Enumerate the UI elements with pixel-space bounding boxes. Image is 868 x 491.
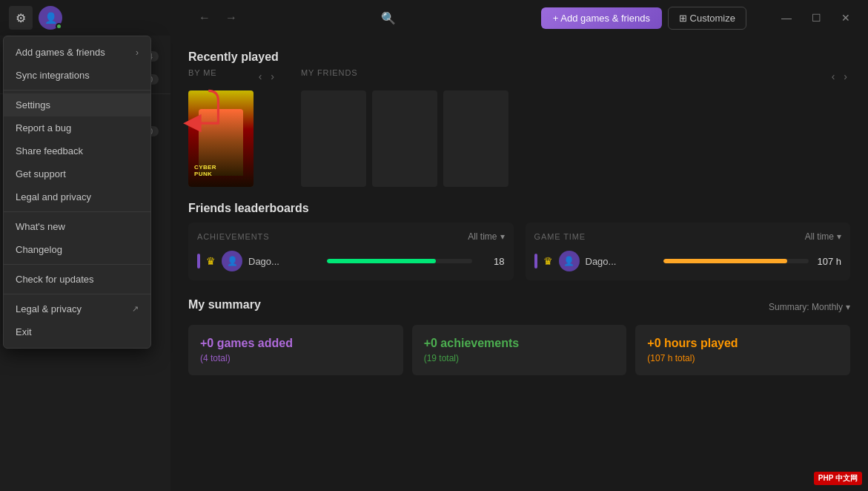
player-name-2: Dago... bbox=[586, 256, 658, 267]
dropdown-divider-3 bbox=[4, 264, 150, 265]
achievements-header: ACHIEVEMENTS All time ▾ bbox=[197, 231, 505, 242]
cyberpunk-art: CYBERPUNK bbox=[188, 90, 254, 187]
cyberpunk-label: CYBERPUNK bbox=[194, 165, 216, 178]
dropdown-menu: Add games & friends › Sync integrations … bbox=[3, 36, 151, 349]
forward-button[interactable]: → bbox=[221, 7, 242, 28]
dropdown-sync[interactable]: Sync integrations bbox=[4, 64, 150, 87]
external-link-icon: ↗ bbox=[132, 304, 139, 314]
friends-next-button[interactable]: › bbox=[841, 69, 850, 84]
dropdown-exit[interactable]: Exit bbox=[4, 320, 150, 343]
gametime-filter[interactable]: All time ▾ bbox=[805, 231, 841, 242]
avatar-icon: 👤 bbox=[44, 12, 57, 24]
dropdown-legal-privacy[interactable]: Legal and privacy bbox=[4, 185, 150, 208]
dropdown-divider-4 bbox=[4, 294, 150, 294]
friend-thumb-1 bbox=[301, 90, 366, 187]
dropdown-share-feedback-label: Share feedback bbox=[16, 145, 83, 156]
title-bar-left: ⚙ 👤 bbox=[9, 6, 179, 30]
my-friends-label: MY FRIENDS bbox=[301, 68, 357, 77]
gametime-bar-container bbox=[663, 259, 809, 263]
dropdown-add-games-label: Add games & friends bbox=[16, 47, 105, 58]
hours-played-value: +0 hours played bbox=[647, 337, 838, 350]
gametime-label: GAME TIME bbox=[534, 232, 586, 241]
gametime-panel: GAME TIME All time ▾ ♛ 👤 Dago... 10 bbox=[526, 223, 851, 280]
gametime-score: 107 h bbox=[815, 256, 841, 267]
dropdown-report-bug[interactable]: Report a bug bbox=[4, 116, 150, 139]
dropdown-whats-new-label: What's new bbox=[16, 221, 65, 232]
player-avatar: 👤 bbox=[222, 251, 242, 271]
dropdown-settings-label: Settings bbox=[16, 99, 50, 111]
friends-prev-button[interactable]: ‹ bbox=[829, 69, 838, 84]
content-area: Recently played BY ME ‹ › CYBERPUNK bbox=[170, 36, 868, 491]
by-me-label: BY ME bbox=[188, 68, 216, 77]
close-button[interactable]: ✕ bbox=[832, 4, 859, 31]
dropdown-sync-label: Sync integrations bbox=[16, 70, 90, 81]
hours-played-card: +0 hours played (107 h total) bbox=[635, 325, 850, 375]
dropdown-add-games[interactable]: Add games & friends › bbox=[4, 41, 150, 64]
gametime-header: GAME TIME All time ▾ bbox=[534, 231, 842, 242]
achievements-label: ACHIEVEMENTS bbox=[197, 232, 269, 241]
maximize-button[interactable]: ☐ bbox=[803, 4, 829, 31]
player-avatar-2: 👤 bbox=[559, 251, 580, 271]
dropdown-get-support[interactable]: Get support bbox=[4, 162, 150, 185]
nav-buttons: ← → bbox=[194, 7, 242, 28]
by-me-prev-button[interactable]: ‹ bbox=[256, 69, 265, 84]
leaderboards-title: Friends leaderboards bbox=[188, 202, 850, 215]
add-games-friends-button[interactable]: + Add games & friends bbox=[541, 7, 662, 29]
minimize-button[interactable]: — bbox=[773, 4, 800, 31]
crown-icon-2: ♛ bbox=[543, 255, 553, 267]
dropdown-get-support-label: Get support bbox=[16, 168, 66, 179]
dropdown-exit-label: Exit bbox=[16, 326, 32, 337]
achievements-filter[interactable]: All time ▾ bbox=[468, 231, 504, 242]
games-added-card: +0 games added (4 total) bbox=[188, 325, 403, 375]
summary-section: My summary Summary: Monthly ▾ +0 games a… bbox=[188, 298, 850, 375]
avatar-button[interactable]: 👤 bbox=[39, 6, 62, 30]
dropdown-legal-privacy2[interactable]: Legal & privacy ↗ bbox=[4, 297, 150, 320]
dropdown-whats-new[interactable]: What's new bbox=[4, 215, 150, 238]
dropdown-legal-privacy2-label: Legal & privacy bbox=[16, 303, 82, 314]
online-status-dot bbox=[56, 23, 62, 30]
leaderboards-section: Friends leaderboards ACHIEVEMENTS All ti… bbox=[188, 202, 850, 280]
summary-title: My summary bbox=[188, 298, 261, 312]
dropdown-divider-1 bbox=[4, 90, 150, 90]
friend-thumb-2 bbox=[372, 90, 437, 187]
player-name: Dago... bbox=[248, 256, 321, 267]
by-me-next-button[interactable]: › bbox=[268, 69, 277, 84]
friend-thumb-3 bbox=[443, 90, 508, 187]
dropdown-changelog[interactable]: Changelog bbox=[4, 238, 150, 261]
games-added-sub: (4 total) bbox=[200, 353, 391, 363]
dropdown-share-feedback[interactable]: Share feedback bbox=[4, 139, 150, 162]
dropdown-settings[interactable]: Settings bbox=[4, 93, 150, 116]
search-button[interactable]: 🔍 bbox=[381, 11, 396, 25]
dropdown-report-bug-label: Report a bug bbox=[16, 122, 71, 134]
title-bar: ⚙ 👤 ← → 🔍 + Add games & friends ⊞ Custom… bbox=[0, 0, 868, 36]
cyberpunk-game-thumb[interactable]: CYBERPUNK bbox=[188, 90, 254, 187]
php-watermark: PHP 中文网 bbox=[814, 472, 862, 485]
crown-icon: ♛ bbox=[206, 255, 216, 267]
dropdown-legal-privacy-label: Legal and privacy bbox=[16, 191, 91, 202]
recently-played-title: Recently played bbox=[188, 50, 850, 64]
dropdown-changelog-label: Changelog bbox=[16, 244, 62, 255]
achievements-card: +0 achievements (19 total) bbox=[412, 325, 627, 375]
achievements-sub: (19 total) bbox=[424, 353, 615, 363]
achievements-entry: ♛ 👤 Dago... 18 bbox=[197, 251, 505, 271]
settings-gear-button[interactable]: ⚙ bbox=[9, 6, 33, 30]
by-me-column: BY ME ‹ › CYBERPUNK bbox=[188, 68, 277, 187]
achievements-value: +0 achievements bbox=[424, 337, 615, 350]
back-button[interactable]: ← bbox=[194, 7, 215, 28]
dropdown-check-updates[interactable]: Check for updates bbox=[4, 268, 150, 291]
rank-bar-2 bbox=[534, 254, 537, 268]
my-friends-header: MY FRIENDS ‹ › bbox=[301, 68, 850, 85]
my-friends-column: MY FRIENDS ‹ › bbox=[301, 68, 850, 187]
title-bar-center: ← → 🔍 + Add games & friends ⊞ Customize bbox=[185, 7, 755, 30]
summary-filter[interactable]: Summary: Monthly ▾ bbox=[769, 302, 850, 312]
summary-cards: +0 games added (4 total) +0 achievements… bbox=[188, 325, 850, 375]
arrow-icon: › bbox=[136, 47, 139, 58]
gametime-entry: ♛ 👤 Dago... 107 h bbox=[534, 251, 842, 271]
customize-button[interactable]: ⊞ Customize bbox=[668, 7, 746, 30]
dropdown-divider-2 bbox=[4, 211, 150, 212]
recently-played-section: Recently played BY ME ‹ › CYBERPUNK bbox=[188, 50, 850, 187]
achievements-score: 18 bbox=[478, 256, 505, 267]
window-controls: — ☐ ✕ bbox=[773, 4, 859, 31]
achievements-bar-container bbox=[327, 259, 472, 263]
achievements-panel: ACHIEVEMENTS All time ▾ ♛ 👤 Dago... bbox=[188, 223, 514, 280]
